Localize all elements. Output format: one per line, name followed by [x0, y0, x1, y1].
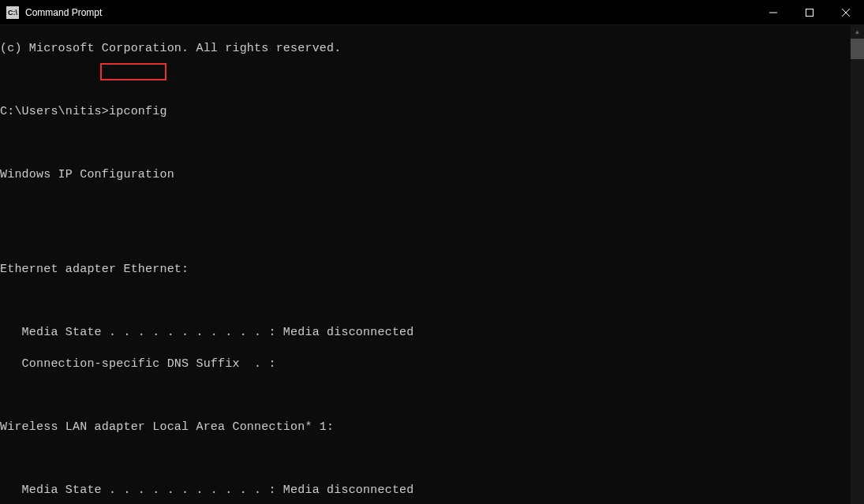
- minimize-button[interactable]: [755, 0, 791, 24]
- adapter-ethernet-dns: Connection-specific DNS Suffix . :: [0, 357, 851, 372]
- ipconfig-header: Windows IP Configuration: [0, 167, 851, 183]
- terminal-output[interactable]: (c) Microsoft Corporation. All rights re…: [0, 25, 851, 504]
- adapter-lac1-title: Wireless LAN adapter Local Area Connecti…: [0, 420, 851, 435]
- adapter-ethernet-title: Ethernet adapter Ethernet:: [0, 262, 851, 278]
- minimize-icon: [769, 9, 777, 17]
- scrollbar-thumb[interactable]: [851, 39, 864, 59]
- titlebar[interactable]: C:\ Command Prompt: [0, 0, 864, 25]
- cmd-icon: C:\: [6, 6, 19, 19]
- close-button[interactable]: [828, 0, 864, 24]
- maximize-icon: [806, 9, 814, 17]
- adapter-ethernet-media: Media State . . . . . . . . . . . : Medi…: [0, 325, 851, 341]
- window-controls: [755, 0, 864, 24]
- close-icon: [842, 9, 850, 17]
- adapter-lac1-media: Media State . . . . . . . . . . . : Medi…: [0, 483, 851, 498]
- typed-command: ipconfig: [109, 105, 167, 118]
- scroll-up-arrow-icon[interactable]: ▲: [851, 25, 864, 39]
- svg-rect-1: [806, 9, 814, 16]
- prompt-path: C:\Users\nitis>: [0, 105, 109, 118]
- window-title: Command Prompt: [25, 7, 755, 18]
- maximize-button[interactable]: [791, 0, 828, 24]
- copyright-line: (c) Microsoft Corporation. All rights re…: [0, 41, 851, 57]
- vertical-scrollbar[interactable]: ▲: [851, 25, 864, 504]
